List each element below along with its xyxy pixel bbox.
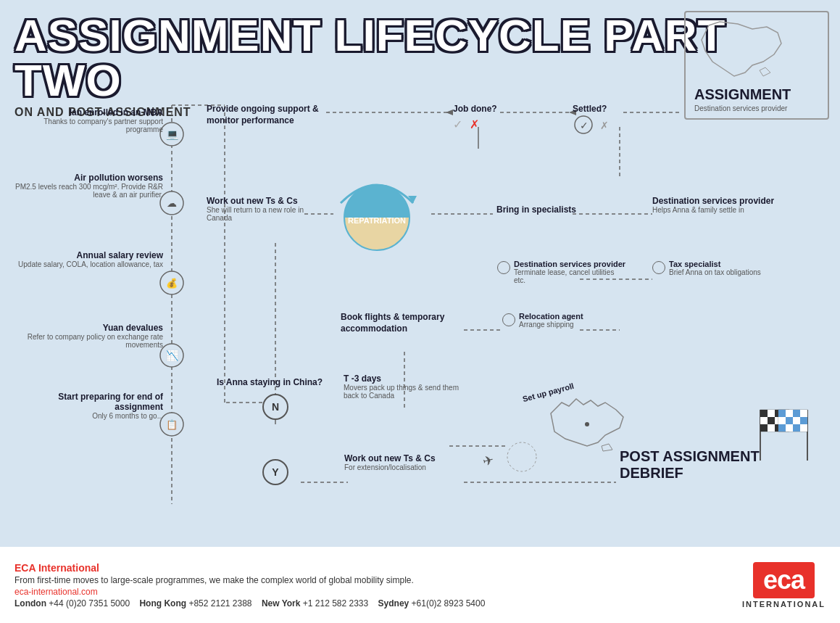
circle-n[interactable]: N	[262, 394, 288, 420]
footer-info: ECA International From first-time moves …	[14, 562, 485, 608]
left-item-yuan: Yuan devalues Refer to company policy on…	[14, 323, 163, 349]
svg-rect-62	[778, 410, 786, 417]
svg-rect-64	[793, 410, 800, 417]
svg-rect-73	[800, 424, 807, 432]
svg-rect-71	[786, 424, 793, 432]
circle-y[interactable]: Y	[262, 459, 288, 485]
provide-support-title: Provide ongoing support & monitor perfor…	[207, 104, 326, 126]
left-item-salary: Annual salary review Update salary, COLA…	[14, 250, 163, 268]
tax-specialist-box: Tax specialist Brief Anna on tax obligat…	[652, 260, 797, 276]
person-icon-reloc	[502, 313, 515, 326]
dest-services-top: Destination services provider Helps Anna…	[652, 196, 812, 214]
svg-text:📋: 📋	[166, 418, 178, 431]
work-out-tcs-title: Work out new Ts & Cs	[207, 196, 319, 206]
settled-label: Settled?	[573, 104, 607, 114]
svg-point-45	[585, 422, 589, 426]
canada-map	[544, 392, 631, 457]
eca-logo: eca INTERNATIONAL	[742, 562, 826, 608]
svg-rect-69	[800, 417, 807, 424]
person-icon-dest	[497, 261, 510, 274]
eca-logo-text: eca	[753, 562, 815, 598]
ny-label: New York	[262, 598, 301, 608]
svg-text:REPATRIATION: REPATRIATION	[348, 216, 406, 225]
sydney-phone: +61(0)2 8923 5400	[412, 598, 486, 608]
svg-rect-48	[760, 410, 768, 417]
person-icon-tax	[652, 261, 665, 274]
left-item-pollution: Air pollution worsens PM2.5 levels reach…	[14, 173, 163, 199]
reloc-desc: Arrange shipping	[519, 321, 583, 329]
preparing-desc: Only 6 months to go...	[14, 412, 163, 420]
yuan-title: Yuan devalues	[14, 323, 163, 333]
svg-rect-53	[768, 417, 775, 424]
ian-desc: Thanks to company's partner support prog…	[14, 117, 163, 133]
svg-point-41	[507, 442, 536, 471]
tax-desc: Brief Anna on tax obligations	[669, 268, 761, 276]
footer-url[interactable]: eca-international.com	[14, 587, 485, 597]
svg-text:☁: ☁	[167, 197, 177, 209]
checkered-flags	[746, 395, 826, 475]
svg-marker-33	[446, 110, 453, 115]
dest-bottom-desc: Terminate lease, cancel utilities etc.	[514, 268, 628, 284]
work-out-tcs-extension-box: Work out new Ts & Cs For extension/local…	[344, 453, 464, 471]
anna-staying-box: Is Anna staying in China?	[215, 377, 324, 387]
hk-label: Hong Kong	[139, 598, 186, 608]
footer-tagline: From first-time moves to large-scale pro…	[14, 575, 485, 585]
dest-bottom-title: Destination services provider	[514, 260, 628, 268]
t-minus-3-desc: Movers pack up things & send them back t…	[344, 384, 463, 400]
svg-rect-56	[760, 424, 768, 432]
repatriation-circle: REPATRIATION	[330, 174, 424, 261]
svg-rect-66	[778, 417, 786, 424]
ny-phone: +1 212 582 2333	[303, 598, 368, 608]
bring-specialists-box: Bring in specialists	[496, 205, 605, 215]
svg-rect-68	[793, 417, 800, 424]
dest-services-top-desc: Helps Anna & family settle in	[652, 206, 812, 214]
book-flights-box: Book flights & temporary accommodation	[341, 312, 467, 334]
footer-contacts: London +44 (0)20 7351 5000 Hong Kong +85…	[14, 598, 485, 608]
svg-rect-72	[793, 424, 800, 432]
hk-phone: +852 2121 2388	[188, 598, 251, 608]
t-minus-3-title: T -3 days	[344, 374, 463, 384]
yuan-desc: Refer to company policy on exchange rate…	[14, 333, 163, 349]
work-out-tcs-box: Work out new Ts & Cs She will return to …	[207, 196, 319, 222]
salary-desc: Update salary, COLA, location allowance,…	[14, 260, 163, 268]
svg-text:💰: 💰	[166, 277, 178, 289]
left-item-ian: Ian enrolled in an MBA Thanks to company…	[14, 107, 163, 133]
provide-support-box: Provide ongoing support & monitor perfor…	[207, 104, 326, 126]
work-out-tcs-desc: She will return to a new role in Canada	[207, 206, 319, 222]
circle-y-label: Y	[272, 466, 278, 478]
left-item-preparing: Start preparing for end of assignment On…	[14, 392, 163, 420]
footer: ECA International From first-time moves …	[0, 547, 840, 623]
svg-rect-52	[760, 417, 768, 424]
svg-rect-49	[768, 410, 775, 417]
svg-text:📉: 📉	[166, 350, 179, 362]
svg-text:✓: ✓	[453, 118, 462, 131]
svg-rect-57	[768, 424, 775, 432]
job-done-text: Job done?	[453, 104, 497, 114]
china-map-icon	[694, 18, 789, 83]
salary-title: Annual salary review	[14, 250, 163, 260]
settled-text: Settled?	[573, 104, 607, 114]
relocation-agent-box: Relocation agent Arrange shipping	[502, 312, 618, 329]
svg-rect-65	[800, 410, 807, 417]
reloc-title: Relocation agent	[519, 312, 583, 321]
svg-rect-67	[786, 417, 793, 424]
job-done-label: Job done?	[453, 104, 497, 114]
book-flights-title: Book flights & temporary accommodation	[341, 312, 467, 334]
tcs-ext-desc: For extension/localisation	[344, 463, 464, 471]
svg-rect-70	[778, 424, 786, 432]
dest-services-bottom: Destination services provider Terminate …	[497, 260, 628, 284]
svg-text:✈: ✈	[481, 453, 496, 469]
bring-specialists-text: Bring in specialists	[496, 205, 605, 215]
svg-text:💻: 💻	[166, 128, 179, 141]
svg-text:✗: ✗	[470, 118, 479, 131]
svg-rect-63	[786, 410, 793, 417]
dest-services-top-title: Destination services provider	[652, 196, 812, 206]
eca-logo-sub: INTERNATIONAL	[742, 600, 826, 608]
tcs-ext-title: Work out new Ts & Cs	[344, 453, 464, 463]
sydney-label: Sydney	[378, 598, 409, 608]
ian-title: Ian enrolled in an MBA	[14, 107, 163, 117]
london-label: London	[14, 598, 46, 608]
tax-title: Tax specialist	[669, 260, 761, 268]
circle-n-label: N	[272, 401, 279, 413]
anna-staying-text: Is Anna staying in China?	[215, 377, 324, 387]
